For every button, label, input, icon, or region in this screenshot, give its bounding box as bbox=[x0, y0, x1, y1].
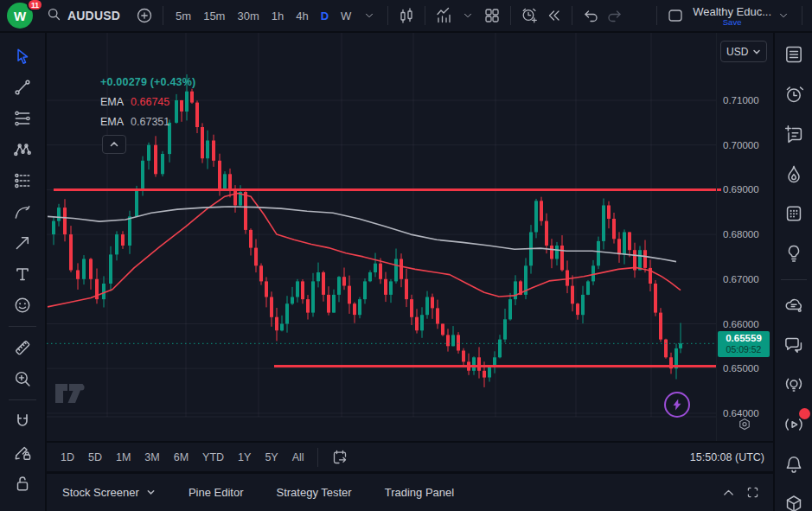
chart-type-button[interactable] bbox=[394, 3, 419, 28]
tradingview-app: W 11 AUDUSD 5m15m30m1h4hDW bbox=[0, 0, 812, 511]
separator bbox=[317, 448, 318, 467]
sidebar-alarm-button[interactable] bbox=[779, 80, 809, 109]
range-YTD[interactable]: YTD bbox=[195, 448, 231, 467]
ruler-icon bbox=[13, 338, 32, 357]
flame-icon bbox=[783, 163, 804, 184]
account-logo[interactable]: W 11 bbox=[5, 1, 38, 30]
symbol-label: AUDUSD bbox=[67, 9, 120, 22]
currency-dropdown[interactable]: USD bbox=[720, 41, 767, 62]
timeframe-30m[interactable]: 30m bbox=[231, 6, 265, 26]
sidebar-object-tree-button[interactable] bbox=[779, 489, 809, 511]
streams-bulb-icon bbox=[783, 374, 804, 395]
sidebar-chat-button[interactable] bbox=[779, 330, 809, 360]
range-1Y[interactable]: 1Y bbox=[231, 448, 258, 467]
redo-button[interactable] bbox=[603, 3, 627, 28]
price-change-label: +0.00279 (+0.43%) bbox=[100, 76, 195, 88]
layout-grid-button[interactable] bbox=[480, 3, 504, 28]
tv-watermark bbox=[55, 384, 85, 403]
save-button[interactable]: Save bbox=[723, 17, 742, 27]
price-label: 0.67000 bbox=[723, 274, 759, 284]
panel-maximize-icon[interactable] bbox=[740, 481, 764, 505]
current-price-tag: 0.65559 05:09:52 bbox=[718, 331, 770, 357]
bell-icon bbox=[783, 454, 804, 475]
range-1D[interactable]: 1D bbox=[54, 448, 81, 467]
sidebar-minds-cloud-button[interactable] bbox=[779, 291, 809, 320]
compare-add-button[interactable] bbox=[132, 3, 157, 28]
range-5Y[interactable]: 5Y bbox=[258, 448, 285, 467]
indicators-button[interactable] bbox=[432, 3, 456, 28]
cursor-icon bbox=[13, 47, 32, 66]
forecast-icon bbox=[13, 171, 32, 190]
range-buttons: 1D5D1M3M6MYTD1Y5YAll bbox=[54, 448, 311, 467]
tab-trading-panel[interactable]: Trading Panel bbox=[385, 486, 454, 499]
sidebar-calendar-dots-button[interactable] bbox=[779, 199, 809, 228]
timeframe-D[interactable]: D bbox=[315, 6, 335, 26]
quick-trade-button[interactable] bbox=[664, 392, 690, 418]
tool-lock[interactable] bbox=[7, 468, 38, 499]
timeframe-5m[interactable]: 5m bbox=[169, 6, 197, 26]
bar-replay-button[interactable] bbox=[541, 3, 566, 28]
live-badge bbox=[799, 408, 810, 419]
drawing-toolbar bbox=[0, 33, 46, 511]
price-axis[interactable]: USD 0.710000.700000.690000.680000.670000… bbox=[716, 33, 773, 441]
undo-button[interactable] bbox=[579, 3, 603, 28]
tool-ruler[interactable] bbox=[7, 332, 38, 363]
range-All[interactable]: All bbox=[285, 448, 311, 467]
timeframe-W[interactable]: W bbox=[335, 6, 357, 26]
tool-edit-lock[interactable] bbox=[7, 437, 38, 468]
layout-menu-chevron[interactable] bbox=[771, 3, 796, 28]
tool-xabcd-pattern[interactable] bbox=[7, 134, 38, 165]
sidebar-live-button[interactable] bbox=[779, 410, 809, 439]
indicators-menu-chevron[interactable] bbox=[456, 3, 480, 28]
layout-title-block[interactable]: Wealthy Educ... Save bbox=[693, 5, 771, 27]
sidebar-flame-button[interactable] bbox=[779, 159, 809, 188]
sidebar-idea-bulb-button[interactable] bbox=[779, 239, 809, 268]
calendar-dots-icon bbox=[783, 203, 804, 224]
axis-settings-gear-icon[interactable] bbox=[737, 417, 754, 434]
timeframe-4h[interactable]: 4h bbox=[290, 6, 314, 26]
tool-arrow[interactable] bbox=[7, 227, 38, 259]
sidebar-notes-plus-button[interactable] bbox=[779, 119, 809, 149]
symbol-search[interactable]: AUDUSD bbox=[47, 7, 120, 25]
tool-emoji[interactable] bbox=[7, 290, 38, 321]
range-1M[interactable]: 1M bbox=[109, 448, 137, 467]
sidebar-streams-bulb-button[interactable] bbox=[779, 370, 809, 399]
price-label: 0.65000 bbox=[723, 363, 759, 374]
timeframe-15m[interactable]: 15m bbox=[197, 6, 231, 26]
indicator-row-ema2[interactable]: EMA 0.67351 bbox=[100, 116, 195, 128]
tool-forecast[interactable] bbox=[7, 165, 38, 196]
tool-magnet[interactable] bbox=[7, 406, 38, 437]
alert-add-button[interactable] bbox=[517, 3, 541, 28]
tool-zoom-in[interactable] bbox=[7, 363, 38, 394]
range-bar: 1D5D1M3M6MYTD1Y5YAll 15:50:08 (UTC) bbox=[47, 443, 773, 471]
tool-fib-lines[interactable] bbox=[7, 103, 38, 134]
tool-text[interactable] bbox=[7, 259, 38, 290]
tab-pine-editor[interactable]: Pine Editor bbox=[189, 486, 244, 499]
goto-date-button[interactable] bbox=[328, 445, 352, 469]
panel-collapse-chevron[interactable] bbox=[716, 481, 740, 505]
xabcd-pattern-icon bbox=[13, 140, 32, 159]
indicator-name: EMA bbox=[100, 116, 124, 128]
range-5D[interactable]: 5D bbox=[81, 448, 109, 467]
tab-strategy-tester[interactable]: Strategy Tester bbox=[276, 486, 351, 499]
price-label: 0.69000 bbox=[723, 184, 759, 195]
timeframe-1h[interactable]: 1h bbox=[265, 6, 290, 26]
tool-cursor[interactable] bbox=[7, 41, 38, 72]
notification-count-badge: 11 bbox=[27, 0, 43, 11]
legend-collapse-button[interactable] bbox=[102, 135, 126, 154]
tool-trend-line[interactable] bbox=[7, 72, 38, 103]
indicator-row-ema1[interactable]: EMA 0.66745 bbox=[100, 96, 195, 108]
timeframe-menu-chevron[interactable] bbox=[357, 3, 381, 28]
magnet-icon bbox=[13, 412, 32, 431]
clock-timezone-label[interactable]: 15:50:08 (UTC) bbox=[690, 451, 764, 463]
sidebar-watchlist-button[interactable] bbox=[779, 40, 809, 69]
range-6M[interactable]: 6M bbox=[167, 448, 195, 467]
sidebar-bell-button[interactable] bbox=[779, 450, 809, 479]
layout-box-icon[interactable] bbox=[663, 3, 687, 28]
chevron-down-icon bbox=[752, 48, 761, 56]
tool-brush[interactable] bbox=[7, 196, 38, 227]
range-3M[interactable]: 3M bbox=[137, 448, 166, 467]
tool-eye[interactable] bbox=[7, 499, 38, 511]
price-label: 0.71000 bbox=[723, 95, 759, 105]
tab-stock-screener[interactable]: Stock Screener bbox=[62, 486, 156, 499]
